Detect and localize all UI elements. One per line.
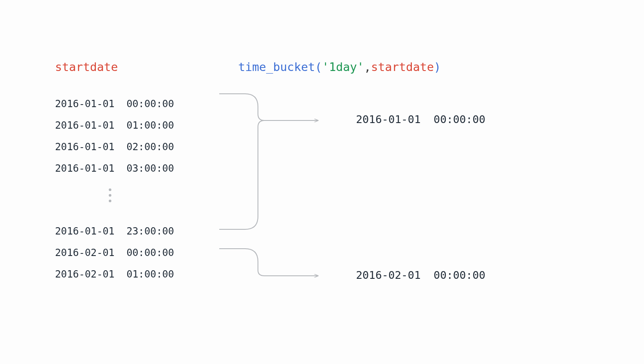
timestamp-row: 2016-02-01 01:00:00: [55, 263, 174, 285]
open-quote: ': [322, 60, 329, 74]
timestamp-row: 2016-01-01 23:00:00: [55, 220, 174, 242]
connector-lines: [206, 89, 335, 287]
string-literal: 1day: [329, 60, 357, 74]
vertical-ellipsis-icon: [109, 188, 111, 202]
comma: ,: [364, 60, 371, 74]
func-name: time_bucket: [238, 60, 315, 74]
timestamp-row: 2016-02-01 00:00:00: [55, 242, 174, 263]
open-paren: (: [315, 60, 322, 74]
close-paren: ): [434, 60, 441, 74]
timestamp-row: 2016-01-01 01:00:00: [55, 114, 174, 136]
timestamp-row: 2016-01-01 03:00:00: [55, 157, 174, 179]
top-timestamp-list: 2016-01-01 00:00:00 2016-01-01 01:00:00 …: [55, 93, 174, 179]
bucket-result: 2016-01-01 00:00:00: [356, 113, 485, 126]
timestamp-row: 2016-01-01 02:00:00: [55, 136, 174, 157]
startdate-header: startdate: [55, 60, 118, 74]
timestamp-row: 2016-01-01 00:00:00: [55, 93, 174, 114]
bottom-timestamp-list: 2016-01-01 23:00:00 2016-02-01 00:00:00 …: [55, 220, 174, 285]
time-bucket-header: time_bucket('1day',startdate): [238, 60, 441, 74]
close-quote: ': [357, 60, 364, 74]
arg-name: startdate: [371, 60, 434, 74]
bucket-result: 2016-02-01 00:00:00: [356, 269, 485, 281]
